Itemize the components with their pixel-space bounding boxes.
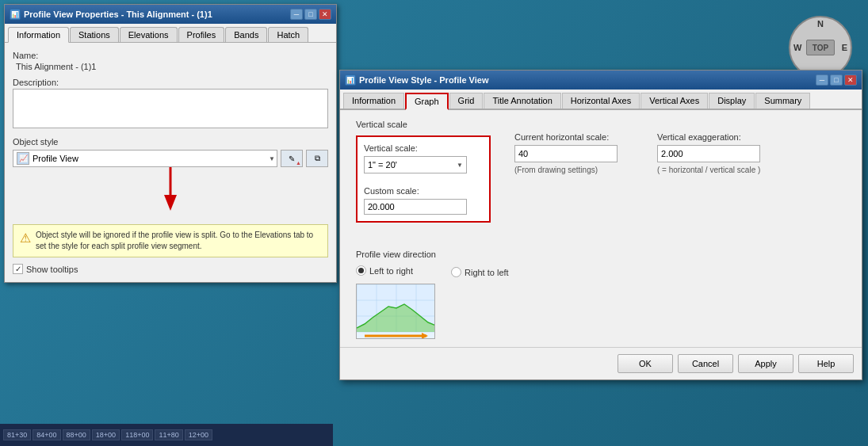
tab-bands[interactable]: Bands	[225, 27, 267, 42]
ltr-radio[interactable]	[356, 265, 366, 276]
show-tooltips-label: Show tooltips	[26, 265, 78, 274]
tab-profiles[interactable]: Profiles	[178, 27, 225, 42]
dialog-icon-1: 📊	[10, 9, 21, 20]
dialog2-buttons: OK Cancel Apply Help	[340, 347, 862, 379]
compass-w-label: W	[793, 43, 801, 52]
tab-information-1[interactable]: Information	[8, 27, 69, 43]
direction-section: Profile view direction Left to right	[348, 242, 854, 347]
dialog-icon-2: 📊	[345, 74, 356, 86]
rtl-radio[interactable]	[451, 267, 461, 277]
description-label: Description:	[13, 78, 328, 87]
window-controls-2: ─ □ ✕	[816, 74, 857, 86]
dropdown-arrow: ▼	[269, 155, 275, 162]
tab2-information[interactable]: Information	[343, 93, 404, 109]
hs-note: (From drawing settings)	[514, 166, 641, 174]
ve-section: Vertical exaggeration: 2.000 ( = horizon…	[657, 132, 784, 174]
compass-n-label: N	[817, 19, 824, 29]
rtl-option-group: Right to left	[451, 265, 509, 277]
tab2-graph[interactable]: Graph	[405, 93, 449, 110]
direction-preview	[356, 284, 435, 339]
minimize-button-2[interactable]: ─	[816, 74, 828, 86]
object-style-label: Object style	[13, 137, 328, 147]
arrow-annotation	[13, 167, 328, 215]
hs-value: 40	[514, 145, 618, 162]
vertical-scale-section-title: Vertical scale	[348, 115, 854, 132]
compass-e-label: E	[842, 43, 847, 52]
graph-svg	[357, 284, 435, 339]
close-button-2[interactable]: ✕	[844, 74, 857, 86]
tab-hatch[interactable]: Hatch	[268, 27, 308, 42]
title-1: 📊 Profile View Properties - This Alignme…	[10, 9, 212, 20]
ok-button[interactable]: OK	[618, 354, 673, 373]
titlebar-1: 📊 Profile View Properties - This Alignme…	[5, 5, 336, 24]
style-icon: 📈	[17, 152, 29, 165]
tab-elevations[interactable]: Elevations	[120, 27, 178, 42]
tab2-summary[interactable]: Summary	[755, 93, 810, 109]
custom-scale-input[interactable]: 20.000	[364, 199, 467, 215]
status-item: 12+00	[185, 429, 212, 440]
vs-label: Vertical scale:	[364, 143, 483, 153]
cancel-button[interactable]: Cancel	[678, 354, 733, 373]
rtl-radio-option[interactable]: Right to left	[451, 267, 509, 277]
edit-icon: ✎	[289, 154, 295, 163]
status-item: 18+00	[92, 429, 120, 440]
description-input[interactable]	[13, 89, 328, 128]
warning-text: Object style will be ignored if the prof…	[36, 230, 321, 252]
vertical-scale-box: Vertical scale: 1" = 20' ▼ Custom scale:…	[356, 135, 491, 223]
ltr-option-group: Left to right	[356, 265, 435, 339]
tab2-title-annotation[interactable]: Title Annotation	[484, 93, 560, 109]
maximize-button-1[interactable]: □	[304, 9, 317, 20]
hs-label: Current horizontal scale:	[514, 132, 641, 142]
browse-icon: ⧉	[315, 154, 320, 163]
rtl-label: Right to left	[465, 268, 509, 277]
show-tooltips-checkbox[interactable]: ✓	[13, 264, 23, 274]
status-item: 88+00	[63, 429, 90, 440]
arrow-indicator: ▲	[296, 160, 301, 166]
apply-button[interactable]: Apply	[738, 354, 793, 373]
svg-marker-1	[164, 195, 177, 211]
ve-note: ( = horizontal / vertical scale )	[657, 166, 784, 174]
status-item: 84+00	[33, 429, 60, 440]
object-style-row: 📈 Profile View ▼ ✎ ▲ ⧉	[13, 150, 328, 167]
edit-style-button[interactable]: ✎ ▲	[281, 150, 303, 167]
tab2-vertical-axes[interactable]: Vertical Axes	[640, 93, 708, 109]
vs-select-row: 1" = 20' ▼	[364, 156, 483, 180]
vs-select[interactable]: 1" = 20' ▼	[364, 156, 467, 173]
show-tooltips-row: ✓ Show tooltips	[13, 264, 328, 274]
svg-marker-10	[422, 333, 428, 339]
profile-view-properties-dialog: 📊 Profile View Properties - This Alignme…	[4, 4, 337, 283]
maximize-button-2[interactable]: □	[830, 74, 843, 86]
warning-icon: ⚠	[20, 230, 31, 252]
close-button-1[interactable]: ✕	[319, 9, 331, 20]
help-button[interactable]: Help	[798, 354, 854, 373]
main-row: Vertical scale: 1" = 20' ▼ Custom scale:…	[348, 132, 854, 226]
red-arrow-svg	[155, 167, 186, 215]
status-item: 118+00	[121, 429, 153, 440]
direction-label: Profile view direction	[356, 250, 846, 259]
ve-value: 2.000	[657, 145, 760, 162]
tab-stations[interactable]: Stations	[70, 27, 119, 42]
tab2-display[interactable]: Display	[709, 93, 755, 109]
status-item: 11+80	[155, 429, 182, 440]
ltr-label: Left to right	[369, 266, 413, 276]
warning-box: ⚠ Object style will be ignored if the pr…	[13, 224, 328, 257]
compass-top-label: TOP	[806, 40, 835, 55]
name-label: Name:	[13, 51, 328, 60]
profile-view-style-dialog: 📊 Profile View Style - Profile View ─ □ …	[339, 70, 862, 380]
browse-style-button[interactable]: ⧉	[306, 150, 328, 167]
titlebar-2: 📊 Profile View Style - Profile View ─ □ …	[340, 71, 862, 90]
status-bar: 81+30 84+00 88+00 18+00 118+00 11+80 12+…	[0, 424, 333, 446]
minimize-button-1[interactable]: ─	[290, 9, 303, 20]
title-2: 📊 Profile View Style - Profile View	[345, 74, 488, 86]
vs-arrow: ▼	[457, 162, 463, 169]
name-value: This Alignment - (1)1	[13, 62, 328, 71]
tab-bar-1: Information Stations Elevations Profiles…	[5, 24, 336, 43]
style-dropdown[interactable]: 📈 Profile View ▼	[13, 150, 277, 167]
dialog1-content: Name: This Alignment - (1)1 Description:…	[5, 43, 336, 282]
dialog2-content: Vertical scale Vertical scale: 1" = 20' …	[340, 110, 862, 347]
status-item: 81+30	[3, 429, 31, 440]
tab2-grid[interactable]: Grid	[449, 93, 484, 109]
horizontal-scale-section: Current horizontal scale: 40 (From drawi…	[514, 132, 641, 174]
tab2-horizontal-axes[interactable]: Horizontal Axes	[562, 93, 640, 109]
ltr-radio-option[interactable]: Left to right	[356, 265, 435, 276]
